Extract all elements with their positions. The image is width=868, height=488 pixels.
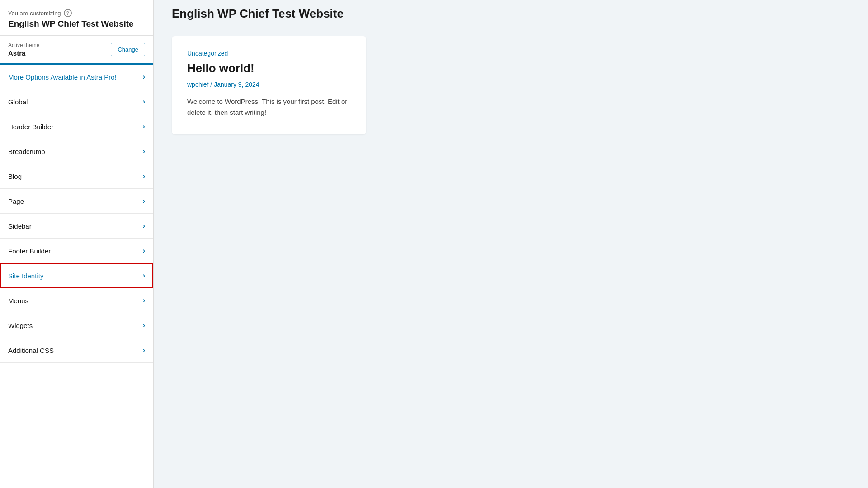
post-title: Hello world! — [187, 61, 351, 75]
sidebar-item-label-footer-builder: Footer Builder — [8, 247, 51, 255]
sidebar-item-label-widgets: Widgets — [8, 322, 33, 329]
post-category: Uncategorized — [187, 50, 351, 57]
sidebar-item-site-identity[interactable]: Site Identity› — [0, 263, 153, 288]
sidebar-item-label-sidebar: Sidebar — [8, 222, 32, 230]
chevron-right-icon: › — [143, 346, 145, 354]
help-icon[interactable]: ? — [64, 9, 72, 17]
main-content: English WP Chief Test Website Uncategori… — [154, 0, 868, 488]
page-header: English WP Chief Test Website — [154, 0, 868, 27]
post-card: Uncategorized Hello world! wpchief / Jan… — [172, 36, 366, 134]
chevron-right-icon: › — [143, 222, 145, 230]
theme-info: Active theme Astra — [8, 42, 39, 57]
sidebar-header: You are customizing ? English WP Chief T… — [0, 0, 153, 36]
sidebar-item-label-astra-pro: More Options Available in Astra Pro! — [8, 73, 117, 81]
sidebar-item-breadcrumb[interactable]: Breadcrumb› — [0, 139, 153, 164]
chevron-right-icon: › — [143, 98, 145, 106]
chevron-right-icon: › — [143, 321, 145, 329]
sidebar-item-blog[interactable]: Blog› — [0, 164, 153, 189]
chevron-right-icon: › — [143, 296, 145, 305]
sidebar-item-widgets[interactable]: Widgets› — [0, 313, 153, 338]
post-meta: wpchief / January 9, 2024 — [187, 81, 351, 88]
sidebar-item-global[interactable]: Global› — [0, 89, 153, 114]
sidebar-item-footer-builder[interactable]: Footer Builder› — [0, 239, 153, 263]
change-theme-button[interactable]: Change — [111, 43, 145, 56]
sidebar-item-header-builder[interactable]: Header Builder› — [0, 114, 153, 139]
content-area: Uncategorized Hello world! wpchief / Jan… — [154, 27, 868, 488]
chevron-right-icon: › — [143, 247, 145, 255]
sidebar-item-label-site-identity: Site Identity — [8, 272, 43, 280]
sidebar-item-astra-pro[interactable]: More Options Available in Astra Pro!› — [0, 65, 153, 89]
sidebar-item-label-header-builder: Header Builder — [8, 123, 53, 131]
active-theme-label: Active theme — [8, 42, 39, 48]
sidebar-item-label-global: Global — [8, 98, 28, 106]
chevron-right-icon: › — [143, 73, 145, 81]
sidebar-item-label-breadcrumb: Breadcrumb — [8, 148, 45, 155]
sidebar-item-menus[interactable]: Menus› — [0, 288, 153, 313]
customizing-text: You are customizing — [8, 10, 61, 17]
sidebar-item-label-page: Page — [8, 197, 24, 205]
active-theme-name: Astra — [8, 49, 39, 57]
theme-row: Active theme Astra Change — [0, 36, 153, 65]
chevron-right-icon: › — [143, 272, 145, 280]
chevron-right-icon: › — [143, 147, 145, 155]
sidebar-item-sidebar[interactable]: Sidebar› — [0, 214, 153, 239]
sidebar-item-page[interactable]: Page› — [0, 189, 153, 214]
sidebar-item-label-menus: Menus — [8, 297, 28, 305]
chevron-right-icon: › — [143, 172, 145, 180]
sidebar-item-label-blog: Blog — [8, 173, 22, 180]
chevron-right-icon: › — [143, 122, 145, 131]
post-excerpt: Welcome to WordPress. This is your first… — [187, 96, 351, 118]
sidebar-item-label-additional-css: Additional CSS — [8, 347, 54, 354]
sidebar: You are customizing ? English WP Chief T… — [0, 0, 154, 488]
sidebar-item-additional-css[interactable]: Additional CSS› — [0, 338, 153, 363]
chevron-right-icon: › — [143, 197, 145, 205]
nav-list: More Options Available in Astra Pro!›Glo… — [0, 65, 153, 363]
page-title: English WP Chief Test Website — [172, 7, 344, 21]
customizing-label: You are customizing ? — [8, 9, 145, 17]
sidebar-site-title: English WP Chief Test Website — [8, 19, 145, 29]
